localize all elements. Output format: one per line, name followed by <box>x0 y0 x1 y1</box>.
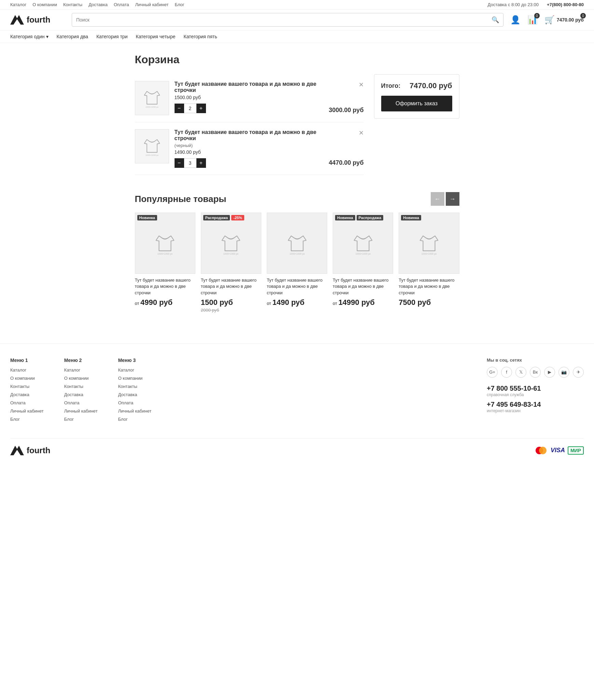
footer-m3-payment[interactable]: Оплата <box>118 400 134 405</box>
topnav-blog[interactable]: Блог <box>175 2 184 7</box>
cart-item-remove-1[interactable]: ✕ <box>359 81 364 89</box>
footer-menu-3-title: Меню 3 <box>118 358 152 363</box>
footer-m1-payment[interactable]: Оплата <box>10 400 26 405</box>
badge-new-3: Новинка <box>335 215 355 220</box>
footer-m3-contacts[interactable]: Контакты <box>118 384 137 389</box>
footer-m1-blog[interactable]: Блог <box>10 417 20 422</box>
footer-m3-blog[interactable]: Блог <box>118 417 128 422</box>
footer-m2-account[interactable]: Личный кабинет <box>64 408 98 414</box>
footer-m3-delivery[interactable]: Доставка <box>118 392 137 397</box>
badge-new-0: Новинка <box>137 215 157 220</box>
footer-menu-3: Меню 3 Каталог О компании Контакты Доста… <box>118 358 152 425</box>
products-grid: Новинка Тут будет название вашего товара… <box>135 213 459 313</box>
topnav-about[interactable]: О компании <box>32 2 57 7</box>
cat-1[interactable]: Категория один ▾ <box>10 34 49 39</box>
product-card-3[interactable]: НовинкаРаспродажа Тут будет название ваш… <box>333 213 393 313</box>
product-badges-0: Новинка <box>137 215 157 220</box>
top-bar: Каталог О компании Контакты Доставка Опл… <box>0 0 594 10</box>
product-thumbnail-3 <box>333 213 393 273</box>
product-card-0[interactable]: Новинка Тут будет название вашего товара… <box>135 213 195 313</box>
social-instagram[interactable]: 📷 <box>558 367 569 378</box>
cat-4[interactable]: Категория четыре <box>136 34 175 39</box>
checkout-button[interactable]: Оформить заказ <box>381 96 452 111</box>
account-icon: 👤 <box>510 15 521 25</box>
product-card-4[interactable]: Новинка Тут будет название вашего товара… <box>399 213 459 313</box>
qty-increase-2[interactable]: + <box>196 158 206 168</box>
footer-m1-account[interactable]: Личный кабинет <box>10 408 44 414</box>
footer-m2-about[interactable]: О компании <box>64 376 89 381</box>
main-content: Корзина Тут будет название вашего товара… <box>125 43 470 323</box>
social-twitter[interactable]: 𝕏 <box>515 367 526 378</box>
visa-icon: VISA <box>551 447 565 454</box>
footer-m2-blog[interactable]: Блог <box>64 417 74 422</box>
phone-label-2: интернет-магазин <box>487 408 584 413</box>
account-button[interactable]: 👤 <box>510 15 521 25</box>
product-name-1: Тут будет название вашего товара и да мо… <box>201 277 261 296</box>
phone-number-1: +7 800 555-10-61 <box>487 385 584 392</box>
chevron-icon: ▾ <box>46 34 49 39</box>
footer-m1-catalog[interactable]: Каталог <box>10 367 26 373</box>
stats-badge: 0 <box>534 13 540 18</box>
footer: Меню 1 Каталог О компании Контакты Доста… <box>0 344 594 462</box>
footer-m3-catalog[interactable]: Каталог <box>118 367 134 373</box>
popular-header: Популярные товары ← → <box>135 192 459 206</box>
next-arrow[interactable]: → <box>446 192 459 206</box>
category-nav: Категория один ▾ Категория два Категория… <box>0 30 594 43</box>
qty-increase-1[interactable]: + <box>196 104 206 113</box>
footer-logo[interactable]: fourth <box>10 445 65 456</box>
nav-arrows: ← → <box>431 192 459 206</box>
search-icon[interactable]: 🔍 <box>492 16 499 24</box>
cat-3[interactable]: Категория три <box>96 34 127 39</box>
payment-icons: VISA МИР <box>534 446 584 455</box>
social-google[interactable]: G+ <box>487 367 498 378</box>
product-price-4: 7500 руб <box>399 298 459 307</box>
cart-item-details-2: Тут будет название вашего товара и да мо… <box>175 129 323 168</box>
cart-item-remove-2[interactable]: ✕ <box>359 129 364 137</box>
social-facebook[interactable]: f <box>501 367 512 378</box>
footer-m2-delivery[interactable]: Доставка <box>64 392 83 397</box>
product-old-price-1: 2000 руб <box>201 308 261 313</box>
footer-m1-delivery[interactable]: Доставка <box>10 392 29 397</box>
svg-marker-3 <box>10 446 24 455</box>
qty-decrease-2[interactable]: − <box>175 158 184 168</box>
social-telegram[interactable]: ✈ <box>573 367 584 378</box>
cart-summary: Итого: 7470.00 руб Оформить заказ <box>374 74 459 119</box>
quantity-control-2: − 3 + <box>175 158 323 168</box>
stats-button[interactable]: 📊 0 <box>527 15 538 25</box>
logo[interactable]: fourth <box>10 15 65 25</box>
header: fourth 🔍 👤 📊 0 🛒 0 7470.00 руб <box>0 10 594 30</box>
footer-m3-account[interactable]: Личный кабинет <box>118 408 152 414</box>
footer-logo-icon <box>10 445 24 456</box>
product-badges-1: Распродажа-25% <box>203 215 244 220</box>
search-bar[interactable]: 🔍 <box>72 13 503 27</box>
product-card-1[interactable]: Распродажа-25% Тут будет название вашего… <box>201 213 261 313</box>
footer-m2-catalog[interactable]: Каталог <box>64 367 80 373</box>
badge-sale-1: Распродажа <box>203 215 230 220</box>
prev-arrow[interactable]: ← <box>431 192 444 206</box>
cat-2[interactable]: Категория два <box>57 34 88 39</box>
social-youtube[interactable]: ▶ <box>544 367 555 378</box>
cart-item-total-1: 3000.00 руб <box>329 107 364 115</box>
topnav-payment[interactable]: Оплата <box>114 2 129 7</box>
cart-item-variant-2: (черный) <box>175 143 323 148</box>
product-image-0: Новинка <box>135 213 195 274</box>
footer-m2-contacts[interactable]: Контакты <box>64 384 83 389</box>
topnav-contacts[interactable]: Контакты <box>63 2 82 7</box>
social-vk[interactable]: Вк <box>530 367 541 378</box>
topnav-account[interactable]: Личный кабинет <box>135 2 169 7</box>
cart-button[interactable]: 🛒 0 7470.00 руб <box>544 15 584 25</box>
cat-5[interactable]: Категория пять <box>183 34 217 39</box>
topnav-catalog[interactable]: Каталог <box>10 2 26 7</box>
cart-price: 7470.00 руб <box>557 17 584 23</box>
topnav-delivery[interactable]: Доставка <box>88 2 108 7</box>
product-price-1: 1500 руб <box>201 298 261 307</box>
footer-m1-about[interactable]: О компании <box>10 376 35 381</box>
footer-phone-1: +7 800 555-10-61 справочная служба <box>487 385 584 397</box>
footer-m3-about[interactable]: О компании <box>118 376 143 381</box>
footer-m2-payment[interactable]: Оплата <box>64 400 80 405</box>
qty-value-1: 2 <box>184 104 196 113</box>
footer-m1-contacts[interactable]: Контакты <box>10 384 29 389</box>
product-card-2[interactable]: Тут будет название вашего товара и да мо… <box>267 213 327 313</box>
search-input[interactable] <box>76 17 489 23</box>
qty-decrease-1[interactable]: − <box>175 104 184 113</box>
